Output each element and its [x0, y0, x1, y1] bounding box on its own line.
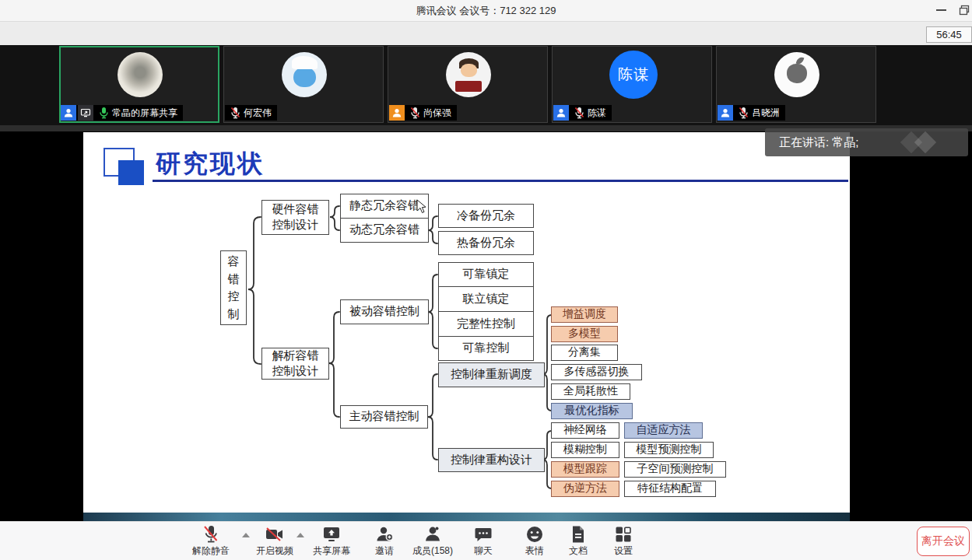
tree-node: 最优化指标 [551, 403, 633, 419]
toolbar-label: 邀请 [375, 544, 394, 558]
meeting-timer: 56:45 [926, 26, 972, 43]
minimize-button[interactable] [929, 0, 953, 20]
tree-node: 可靠控制 [438, 336, 534, 361]
participant-name-bar: 尚保强 [389, 105, 457, 121]
mic-muted-icon [408, 106, 422, 120]
tree-node-root: 容 错 控 制 [220, 250, 247, 325]
participant-name-bar: 陈谋 [553, 105, 612, 121]
tree-node: 热备份冗余 [438, 231, 534, 255]
members-button[interactable]: 成员(158) [405, 525, 461, 559]
tree-node: 伪逆方法 [551, 481, 619, 497]
participant-name: 何宏伟 [244, 107, 272, 120]
title-bar: 腾讯会议 会议号：712 322 129 [0, 0, 972, 22]
tree-node: 主动容错控制 [340, 405, 428, 429]
start-video-button[interactable]: 开启视频 [247, 525, 303, 559]
camera-off-icon [265, 525, 285, 544]
tree-node: 多模型 [551, 326, 618, 342]
video-tile[interactable]: 吕晓洲 [716, 46, 876, 123]
toolbar-label: 成员(158) [412, 544, 453, 558]
meeting-toolbar: 解除静音 开启视频 共享屏幕 邀请 成员(158) [0, 521, 972, 560]
video-tile[interactable]: 尚保强 [388, 46, 548, 123]
tree-node: 分离集 [551, 345, 618, 361]
tree-node: 控制律重构设计 [438, 448, 545, 472]
tree-node: 多传感器切换 [551, 364, 642, 380]
tree-node: 自适应方法 [624, 422, 703, 439]
participant-name-bar: 何宏伟 [225, 105, 277, 121]
tree-node: 硬件容错 控制设计 [261, 200, 329, 235]
video-tile[interactable]: 陈谋 陈谋 [552, 46, 712, 123]
chat-icon [474, 525, 493, 544]
tree-node: 子空间预测控制 [624, 461, 726, 478]
participant-name: 陈谋 [588, 107, 606, 120]
tree-node: 特征结构配置 [624, 481, 716, 497]
host-badge-icon [61, 105, 76, 121]
tree-node: 解析容错 控制设计 [261, 348, 329, 380]
window-title: 腾讯会议 会议号：712 322 129 [0, 0, 972, 21]
avatar-initials: 陈谋 [618, 65, 649, 85]
toolbar-label: 开启视频 [256, 544, 293, 558]
avatar: 陈谋 [609, 51, 658, 99]
tree-node: 模型跟踪 [551, 461, 619, 478]
invite-icon [375, 525, 394, 544]
tree-node: 可靠镇定 [438, 262, 534, 287]
settings-icon [614, 525, 633, 544]
title-underline [153, 180, 848, 182]
restore-button[interactable] [953, 0, 972, 20]
tree-node: 全局耗散性 [551, 383, 630, 400]
member-badge-icon [718, 105, 733, 121]
participant-name-bar: 吕晓洲 [718, 105, 785, 121]
tree-node: 动态冗余容错 [340, 218, 429, 243]
video-tile[interactable]: 何宏伟 [223, 46, 384, 123]
document-icon [570, 525, 587, 544]
mic-on-icon [96, 106, 111, 120]
tree-node: 冷备份冗余 [438, 204, 534, 228]
mic-muted-icon [572, 106, 586, 120]
toolbar-label: 文档 [569, 544, 588, 558]
shared-screen-bottom-band [83, 513, 850, 521]
tree-node: 联立镇定 [438, 286, 534, 312]
speaking-banner-text: 正在讲话: 常晶; [779, 128, 859, 156]
speaking-banner: 正在讲话: 常晶; [765, 128, 968, 156]
mic-muted-icon [202, 525, 219, 544]
tree-node: 模型预测控制 [624, 442, 714, 458]
avatar [446, 52, 491, 97]
slide-title: 研究现状 [156, 147, 265, 181]
video-tile[interactable]: 常晶的屏幕共享 [59, 46, 219, 123]
screen-share-icon [78, 105, 93, 121]
watermark-logo [914, 131, 936, 153]
minimize-icon [936, 9, 946, 11]
tree-node: 控制律重新调度 [438, 362, 545, 387]
emoji-icon [525, 525, 544, 544]
toolbar-label: 表情 [525, 544, 544, 558]
member-badge-icon [553, 105, 569, 121]
member-badge-icon [389, 105, 405, 121]
video-strip: 常晶的屏幕共享 何宏伟 [0, 45, 972, 125]
restore-icon [959, 5, 970, 16]
mouse-cursor [416, 199, 427, 215]
avatar [774, 52, 819, 97]
tree-node: 完整性控制 [438, 311, 534, 337]
avatar [282, 52, 327, 97]
tree-node: 增益调度 [551, 306, 618, 323]
tree-node: 模糊控制 [551, 442, 619, 458]
meeting-sub-bar: 56:45 [0, 22, 972, 46]
chat-button[interactable]: 聊天 [455, 525, 511, 559]
mic-muted-icon [228, 106, 242, 120]
leave-meeting-button[interactable]: 离开会议 [917, 527, 970, 556]
toolbar-label: 聊天 [474, 544, 493, 558]
tree-node: 被动容错控制 [340, 299, 429, 324]
avatar [118, 52, 163, 97]
share-screen-button[interactable]: 共享屏幕 [304, 525, 360, 559]
mic-muted-icon [736, 106, 750, 120]
tree-node: 静态冗余容错 [340, 194, 429, 219]
participant-name: 吕晓洲 [752, 107, 780, 120]
members-icon [423, 525, 442, 544]
toolbar-label: 设置 [614, 544, 633, 558]
settings-button[interactable]: 设置 [595, 525, 651, 559]
participant-name: 尚保强 [423, 107, 451, 120]
participant-name-bar: 常晶的屏幕共享 [61, 105, 183, 121]
share-screen-icon [321, 525, 342, 544]
unmute-button[interactable]: 解除静音 [183, 525, 239, 559]
title-decoration-square [118, 160, 144, 185]
toolbar-label: 共享屏幕 [313, 544, 350, 558]
